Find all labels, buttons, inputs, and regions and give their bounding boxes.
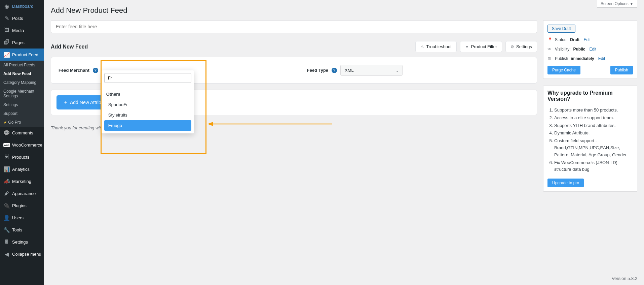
star-icon: ★	[3, 120, 7, 125]
sidebar-sub-support[interactable]: Support	[0, 109, 44, 118]
sidebar-item-tools[interactable]: 🔧Tools	[0, 224, 44, 236]
sidebar-item-comments[interactable]: 💬Comments	[0, 127, 44, 139]
purge-cache-button[interactable]: Purge Cache	[547, 66, 580, 74]
sidebar-item-settings[interactable]: 🎚Settings	[0, 236, 44, 248]
sidebar-item-product-feed[interactable]: 📈Product Feed	[0, 49, 44, 61]
upgrade-reason: Supports more than 50 products.	[554, 107, 633, 114]
combo-option-spartoofr[interactable]: SpartooFr	[104, 99, 191, 110]
merchant-search-input[interactable]	[104, 73, 191, 83]
combo-option-fruugo[interactable]: Fruugo	[104, 120, 191, 131]
pin-icon: ✎	[3, 15, 10, 22]
edit-publish-date-link[interactable]: Edit	[598, 56, 605, 61]
sidebar-sub-add-new-feed[interactable]: Add New Feed	[0, 69, 44, 78]
product-icon: 🗄	[3, 154, 10, 160]
key-icon: 📍	[547, 37, 552, 42]
analytics-icon: 📊	[3, 166, 10, 172]
save-draft-button[interactable]: Save Draft	[547, 25, 575, 33]
sidebar-sub-category-mapping[interactable]: Category Mapping	[0, 78, 44, 87]
main-content: Screen Options ▼ Add New Product Feed Ad…	[44, 0, 644, 285]
page-title: Add New Product Feed	[51, 6, 637, 15]
sidebar-sub-all-feeds[interactable]: All Product Feeds	[0, 61, 44, 69]
upgrade-title: Why upgrade to Premium Version?	[547, 90, 633, 102]
edit-visibility-link[interactable]: Edit	[589, 47, 596, 52]
sidebar-sub-google-merchant[interactable]: Google Merchant Settings	[0, 87, 44, 100]
upgrade-box: Why upgrade to Premium Version? Supports…	[543, 86, 637, 192]
combo-group-label: Others	[104, 85, 191, 99]
page-icon: 🗐	[3, 39, 10, 46]
sidebar-item-pages[interactable]: 🗐Pages	[0, 36, 44, 49]
combo-option-stylefruits[interactable]: Stylefruits	[104, 110, 191, 120]
sidebar-item-marketing[interactable]: 📣Marketing	[0, 175, 44, 187]
feed-icon: 📈	[3, 51, 10, 58]
upgrade-reason: Custom field support - Brand,GTIN,MPN,UP…	[554, 137, 633, 158]
upgrade-reasons-list: Supports more than 50 products. Access t…	[547, 107, 633, 173]
sidebar-item-posts[interactable]: ✎Posts	[0, 12, 44, 24]
upgrade-reason: Dynamic Attribute.	[554, 130, 633, 137]
sidebar-item-analytics[interactable]: 📊Analytics	[0, 163, 44, 175]
plus-icon: ＋	[63, 99, 68, 105]
feed-merchant-label: Feed Merchant	[59, 68, 89, 73]
publish-box: Save Draft 📍Status: DraftEdit 👁Visibilit…	[543, 20, 637, 79]
sidebar-item-media[interactable]: 🖾Media	[0, 24, 44, 36]
help-icon[interactable]: ?	[332, 68, 337, 73]
collapse-icon: ◀	[3, 251, 10, 257]
product-filter-button[interactable]: ▼Product Filter	[460, 41, 502, 52]
sidebar-item-products[interactable]: 🗄Products	[0, 151, 44, 163]
woo-icon: woo	[3, 141, 10, 148]
wrench-icon: 🔧	[3, 226, 10, 233]
sidebar-item-appearance[interactable]: 🖌Appearance	[0, 187, 44, 199]
calendar-icon: 🗓	[547, 56, 552, 61]
upgrade-reason: Access to a elite support team.	[554, 115, 633, 122]
feed-config-card: Feed Merchant ? Others SpartooFr Stylefr…	[51, 57, 537, 84]
chevron-down-icon: ⌄	[395, 68, 399, 73]
upgrade-reason: Supports YITH brand attributes.	[554, 122, 633, 129]
filter-icon: ▼	[465, 44, 469, 49]
sidebar-item-dashboard[interactable]: ◉Dashboard	[0, 0, 44, 12]
admin-sidebar: ◉Dashboard ✎Posts 🖾Media 🗐Pages 📈Product…	[0, 0, 44, 285]
sliders-icon: 🎚	[3, 239, 10, 245]
feed-title-input[interactable]	[51, 20, 537, 33]
brush-icon: 🖌	[3, 190, 10, 197]
user-icon: 👤	[3, 214, 10, 221]
megaphone-icon: 📣	[3, 178, 10, 185]
sidebar-item-users[interactable]: 👤Users	[0, 212, 44, 224]
merchant-combobox-panel: Others SpartooFr Stylefruits Fruugo	[102, 70, 194, 133]
screen-options-toggle[interactable]: Screen Options ▼	[597, 0, 637, 8]
version-text: Version 5.8.2	[612, 276, 637, 281]
media-icon: 🖾	[3, 27, 10, 34]
warning-icon: ⚠	[420, 44, 424, 49]
upgrade-reason: Fix WooCommerce's (JSON-LD) structure da…	[554, 159, 633, 173]
feed-type-select[interactable]: XML⌄	[340, 65, 403, 76]
help-icon[interactable]: ?	[93, 68, 98, 73]
publish-button[interactable]: Publish	[610, 66, 633, 74]
settings-button[interactable]: ⚙Settings	[505, 41, 537, 52]
sidebar-sub-settings[interactable]: Settings	[0, 100, 44, 109]
upgrade-to-pro-button[interactable]: Upgrade to pro	[547, 179, 584, 187]
sidebar-item-plugins[interactable]: 🔌Plugins	[0, 199, 44, 212]
panel-title: Add New Feed	[51, 44, 88, 50]
edit-status-link[interactable]: Edit	[583, 37, 591, 42]
plug-icon: 🔌	[3, 202, 10, 209]
sidebar-item-woocommerce[interactable]: wooWooCommerce	[0, 139, 44, 151]
feed-type-label: Feed Type	[307, 68, 328, 73]
sidebar-collapse-menu[interactable]: ◀Collapse menu	[0, 248, 44, 260]
dashboard-icon: ◉	[3, 3, 10, 9]
troubleshoot-button[interactable]: ⚠Troubleshoot	[415, 41, 456, 52]
gear-icon: ⚙	[510, 44, 514, 49]
sidebar-sub-go-pro[interactable]: ★ Go Pro	[0, 118, 44, 127]
eye-icon: 👁	[547, 47, 552, 52]
comment-icon: 💬	[3, 129, 10, 136]
